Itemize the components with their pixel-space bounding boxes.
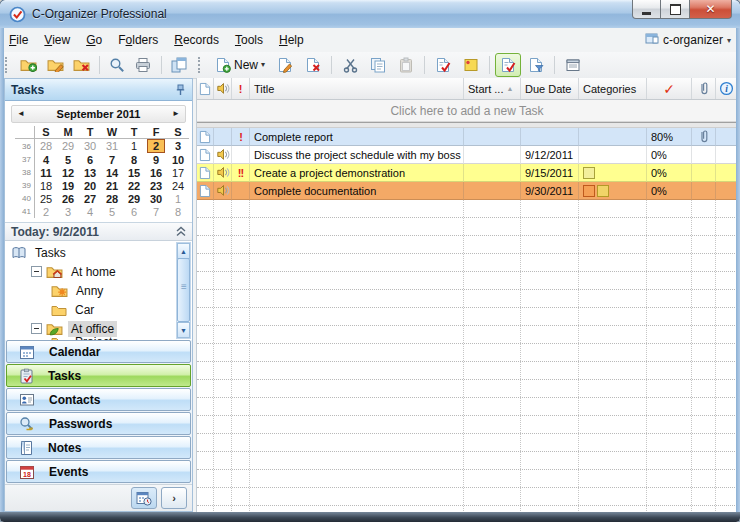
calendar-day[interactable]: 28 [101, 192, 123, 205]
calendar-day[interactable]: 15 [123, 166, 145, 179]
calendar-day[interactable]: 4 [79, 205, 101, 218]
calendar-day[interactable]: 11 [35, 166, 58, 179]
print-button[interactable] [131, 53, 155, 77]
scroll-up-icon[interactable]: ▲ [177, 243, 190, 259]
list-view-button[interactable] [495, 53, 521, 77]
calendar-day[interactable]: 8 [123, 153, 145, 166]
pin-icon[interactable] [175, 84, 186, 96]
today-bar[interactable]: Today: 9/2/2011 [5, 223, 192, 241]
profile-menu[interactable]: c-organizer ▾ [645, 32, 731, 48]
menu-view[interactable]: View [36, 29, 78, 52]
toolbar-grip[interactable] [198, 57, 205, 73]
maximize-button[interactable] [661, 0, 690, 19]
calendar-day[interactable]: 1 [167, 192, 189, 205]
menu-go[interactable]: Go [78, 29, 110, 52]
complete-task-button[interactable] [430, 53, 456, 77]
sidebar-item-passwords[interactable]: Passwords [6, 412, 191, 435]
menu-records[interactable]: Records [166, 29, 227, 52]
column-header-start[interactable]: Start ...▲ [464, 78, 521, 99]
search-button[interactable] [105, 53, 129, 77]
menu-help[interactable]: Help [271, 29, 312, 52]
reminder-note-button[interactable] [458, 53, 484, 77]
sidebar-item-events[interactable]: 18Events [6, 460, 191, 483]
tree-expander-icon[interactable] [31, 323, 42, 334]
toggle-calendar-button[interactable] [131, 487, 157, 509]
menu-folders[interactable]: Folders [110, 29, 166, 52]
filter-button[interactable] [523, 53, 549, 77]
calendar-day[interactable]: 10 [167, 153, 189, 166]
new-record-button[interactable]: New▾ [210, 53, 270, 77]
edit-record-button[interactable] [272, 53, 298, 77]
new-folder-button[interactable] [17, 53, 41, 77]
calendar-day[interactable]: 22 [123, 179, 145, 192]
calendar-month-label[interactable]: September 2011 [57, 108, 141, 120]
calendar-day[interactable]: 28 [35, 139, 58, 154]
calendar-day[interactable]: 24 [167, 179, 189, 192]
calendar-day[interactable]: 27 [79, 192, 101, 205]
calendar-day[interactable]: 26 [57, 192, 79, 205]
add-task-row[interactable]: Click here to add a new Task [197, 100, 737, 122]
calendar-day[interactable]: 6 [79, 153, 101, 166]
toolbar-grip[interactable] [5, 57, 12, 73]
calendar-day[interactable]: 7 [145, 205, 167, 218]
calendar-day[interactable]: 6 [123, 205, 145, 218]
calendar-day[interactable]: 12 [57, 166, 79, 179]
calendar-day[interactable]: 20 [79, 179, 101, 192]
delete-record-button[interactable] [300, 53, 326, 77]
calendar-day[interactable]: 14 [101, 166, 123, 179]
column-header-categories[interactable]: Categories [579, 78, 647, 99]
copy-button[interactable] [365, 53, 391, 77]
sidebar-item-tasks[interactable]: Tasks [6, 364, 191, 387]
calendar-day[interactable]: 16 [145, 166, 167, 179]
calendar-day[interactable]: 3 [57, 205, 79, 218]
calendar-day[interactable]: 29 [57, 139, 79, 154]
column-header-title[interactable]: Title [250, 78, 464, 99]
calendar-day[interactable]: 8 [167, 205, 189, 218]
sidebar-item-contacts[interactable]: Contacts [6, 388, 191, 411]
column-header-page[interactable] [197, 78, 214, 99]
scroll-down-icon[interactable]: ▼ [177, 322, 190, 338]
menu-tools[interactable]: Tools [227, 29, 271, 52]
calendar-day[interactable]: 7 [101, 153, 123, 166]
calendar-day[interactable]: 21 [101, 179, 123, 192]
tree-item-projects[interactable]: Projects [5, 338, 176, 340]
column-header-priority[interactable]: ! [232, 78, 250, 99]
calendar-day[interactable]: 17 [167, 166, 189, 179]
calendar-day[interactable]: 30 [79, 139, 101, 154]
calendar-day[interactable]: 18 [35, 179, 58, 192]
column-header-due[interactable]: Due Date [521, 78, 579, 99]
calendar-day[interactable]: 13 [79, 166, 101, 179]
edit-folder-button[interactable] [43, 53, 67, 77]
calendar-day[interactable]: 30 [145, 192, 167, 205]
calendar-day[interactable]: 1 [123, 139, 145, 154]
tree-scrollbar[interactable]: ▲ ▼ [176, 242, 191, 339]
collapse-icon[interactable] [176, 226, 186, 237]
minimize-button[interactable] [632, 0, 661, 19]
column-header-attach[interactable] [692, 78, 716, 99]
column-header-reminder[interactable] [214, 78, 232, 99]
task-row[interactable]: !!Create a project demonstration9/15/201… [197, 164, 737, 182]
task-row[interactable]: Discuss the project schedule with my bos… [197, 146, 737, 164]
calendar-day[interactable]: 3 [167, 139, 189, 154]
tree-item-car[interactable]: Car [5, 300, 176, 319]
expand-panel-button[interactable]: › [161, 487, 187, 509]
tree-item-anny[interactable]: Anny [5, 281, 176, 300]
calendar-day[interactable]: 9 [145, 153, 167, 166]
calendar-next-button[interactable]: ► [172, 106, 180, 122]
close-button[interactable]: ✕ [690, 0, 732, 19]
calendar-day[interactable]: 19 [57, 179, 79, 192]
calendar-day[interactable]: 25 [35, 192, 58, 205]
task-row[interactable]: Complete documentation9/30/20110% [197, 182, 737, 200]
tree-item-tasks[interactable]: Tasks [5, 243, 176, 262]
calendar-day[interactable]: 2 [145, 139, 167, 154]
calendar-day[interactable]: 29 [123, 192, 145, 205]
scroll-thumb[interactable] [177, 258, 190, 322]
column-header-info[interactable]: i [716, 78, 737, 99]
sidebar-item-notes[interactable]: Notes [6, 436, 191, 459]
tree-expander-icon[interactable] [31, 266, 42, 277]
menu-file[interactable]: File [1, 29, 36, 52]
preview-pane-button[interactable] [560, 53, 586, 77]
cut-button[interactable] [337, 53, 363, 77]
calendar-day[interactable]: 23 [145, 179, 167, 192]
calendar-day[interactable]: 5 [57, 153, 79, 166]
